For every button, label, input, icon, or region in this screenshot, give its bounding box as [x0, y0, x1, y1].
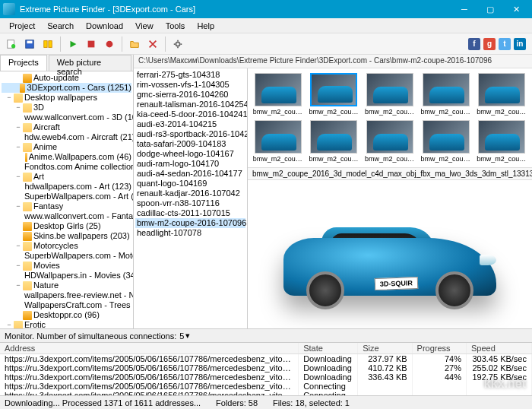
twitter-icon[interactable]: t: [499, 38, 511, 50]
status-files: Files: 18, selected: 1: [273, 398, 350, 407]
thumbnail[interactable]: bmw_m2_coupe_2016_3d...: [476, 73, 527, 116]
tree-node[interactable]: −Desktop wallpapers: [2, 93, 131, 103]
file-item[interactable]: quant-logo-104169: [135, 179, 245, 189]
google-icon[interactable]: g: [483, 38, 496, 50]
close-button[interactable]: ✕: [503, 0, 529, 18]
toolbar: f g t in: [0, 33, 532, 55]
thumbnail-grid[interactable]: bmw_m2_coupe_2016_3d...bmw_m2_coupe_2016…: [248, 68, 532, 167]
delete-button[interactable]: [144, 36, 161, 52]
thumbnail[interactable]: bmw_m2_coupe_2016_3d...: [252, 73, 304, 116]
thumbnail[interactable]: bmw_m2_coupe_2016_3d...: [476, 120, 527, 163]
tree-node[interactable]: −Aircraft: [2, 122, 131, 132]
image-preview[interactable]: 3D-SQUIR: [248, 180, 532, 328]
svg-point-8: [106, 40, 113, 47]
file-item[interactable]: tata-safari-2009-104183: [135, 139, 245, 149]
file-item[interactable]: renault-kadjar-2016-107042: [135, 189, 245, 198]
tree-node[interactable]: −3D: [2, 103, 131, 113]
stop-button[interactable]: [83, 36, 100, 52]
status-bar: Downloading... Processed 1371 of 1611 ad…: [0, 395, 532, 409]
tree-node[interactable]: www.wallconvert.com - Fantasy (193): [2, 211, 131, 221]
tree-node[interactable]: −Fantasy: [2, 201, 131, 211]
tab-projects[interactable]: Projects: [0, 55, 47, 71]
tree-node[interactable]: −Motorcycles: [2, 241, 131, 251]
file-item[interactable]: audi-a4-sedan-2016-104177: [135, 169, 245, 179]
file-item[interactable]: headlight-107078: [135, 228, 245, 238]
tree-node[interactable]: hdwallpapers.com - Art (123): [2, 182, 131, 192]
tree-node[interactable]: www.wallconvert.com - 3D (109): [2, 113, 131, 122]
menu-download[interactable]: Download: [80, 20, 129, 32]
file-item[interactable]: cadillac-cts-2011-107015: [135, 208, 245, 218]
tree-node[interactable]: −Nature: [2, 281, 131, 290]
tree-node[interactable]: wallpapers.free-review.net - Nature (8): [2, 290, 131, 300]
project-tree[interactable]: Auto-update3DExport.com - Cars (1251)−De…: [0, 71, 133, 328]
menu-tools[interactable]: Tools: [160, 20, 192, 32]
license-plate: 3D-SQUIR: [375, 277, 419, 290]
play-button[interactable]: [65, 36, 81, 52]
file-item[interactable]: rim-vossen-vfs-1-104305: [135, 80, 245, 90]
thumbnail[interactable]: bmw_m2_coupe_2016_3d...: [309, 120, 360, 163]
tree-node[interactable]: Fondtos.com Anime collection (2): [2, 162, 131, 172]
tree-node[interactable]: −Movies: [2, 261, 131, 271]
download-row[interactable]: https://ru.3dexport.com/items/2005/05/06…: [0, 363, 532, 373]
tree-node[interactable]: hdw.eweb4.com - Aircraft (21): [2, 132, 131, 142]
file-item[interactable]: renault-talisman-2016-104254: [135, 100, 245, 109]
file-item[interactable]: audi-e3-2014-104215: [135, 119, 245, 129]
menubar: ProjectSearchDownloadViewToolsHelp: [0, 18, 532, 33]
menu-search[interactable]: Search: [41, 20, 80, 32]
save-button[interactable]: [21, 36, 38, 52]
file-item[interactable]: ferrari-275-gts-104318: [135, 70, 245, 80]
download-row[interactable]: https://ru.3dexport.com/items/2005/05/06…: [0, 382, 532, 391]
tree-node[interactable]: Auto-update: [2, 73, 131, 83]
app-icon: [3, 3, 15, 15]
tree-node[interactable]: −Art: [2, 172, 131, 182]
menu-view[interactable]: View: [129, 20, 160, 32]
download-row[interactable]: https://ru.3dexport.com/items/2005/05/06…: [0, 354, 532, 364]
record-button[interactable]: [101, 36, 118, 52]
menu-help[interactable]: Help: [191, 20, 220, 32]
svg-marker-6: [71, 40, 77, 47]
svg-point-1: [11, 44, 15, 48]
downloads-table[interactable]: AddressStateSizeProgressSpeedhttps://ru.…: [0, 343, 532, 395]
chevron-down-icon[interactable]: ▾: [185, 331, 190, 341]
settings-button[interactable]: [169, 36, 186, 52]
thumbnail[interactable]: bmw_m2_coupe_2016_3d...: [364, 73, 416, 116]
file-list[interactable]: ferrari-275-gts-104318rim-vossen-vfs-1-1…: [134, 68, 248, 328]
tab-websearch[interactable]: Web picture search: [49, 55, 131, 71]
thumbnail[interactable]: bmw_m2_coupe_2016_3d...: [364, 120, 416, 163]
file-item[interactable]: audi-rs3-sportback-2016-104240: [135, 129, 245, 139]
file-item[interactable]: dodge-wheel-logo-104167: [135, 149, 245, 159]
window-title: Extreme Picture Finder - [3DExport.com -…: [20, 5, 451, 14]
file-item[interactable]: gmc-sierra-2016-104260: [135, 90, 245, 100]
new-project-button[interactable]: [3, 36, 20, 52]
tree-node[interactable]: HDWallpapers.in - Movies (341): [2, 271, 131, 281]
tree-node[interactable]: Desktop Girls (25): [2, 221, 131, 231]
tree-node[interactable]: −Erotic: [2, 320, 131, 328]
linkedin-icon[interactable]: in: [514, 38, 526, 50]
monitor-bar: Monitor. Number of simultaneous connecti…: [0, 328, 532, 342]
tree-node[interactable]: Anime.Wallpapers.com (46): [2, 152, 131, 162]
file-item[interactable]: audi-ram-logo-104170: [135, 159, 245, 169]
facebook-icon[interactable]: f: [468, 38, 480, 50]
svg-rect-3: [27, 40, 33, 43]
thumbnail[interactable]: bmw_m2_coupe_2016_3d...: [420, 120, 472, 163]
tree-node[interactable]: −Anime: [2, 142, 131, 152]
file-item[interactable]: bmw-m2-coupe-2016-107096: [135, 218, 245, 228]
thumbnail[interactable]: bmw_m2_coupe_2016_3d...: [252, 120, 304, 163]
download-row[interactable]: https://ru.3dexport.com/items/2005/05/06…: [0, 373, 532, 382]
connections-value[interactable]: 5: [179, 331, 184, 341]
tree-node[interactable]: SuperbWallpapers.com - Motorcycles: [2, 251, 131, 261]
tree-node[interactable]: Desktoppr.co (96): [2, 310, 131, 320]
cards-button[interactable]: [40, 36, 56, 52]
file-item[interactable]: spoon-vrr-n38-107116: [135, 198, 245, 208]
thumbnail[interactable]: bmw_m2_coupe_2016_3d...: [309, 73, 360, 116]
minimize-button[interactable]: ─: [451, 0, 477, 18]
thumbnail[interactable]: bmw_m2_coupe_2016_3d...: [420, 73, 472, 116]
tree-node[interactable]: WallpapersCraft.com - Trees (14): [2, 300, 131, 310]
file-item[interactable]: kia-ceed-5-door-2016-104241: [135, 109, 245, 119]
folder-button[interactable]: [126, 36, 143, 52]
menu-project[interactable]: Project: [3, 20, 41, 32]
maximize-button[interactable]: ▢: [477, 0, 503, 18]
tree-node[interactable]: Skins.be wallpapers (203): [2, 231, 131, 241]
tree-node[interactable]: SuperbWallpapers.com - Art (99): [2, 192, 131, 201]
tree-node[interactable]: 3DExport.com - Cars (1251): [2, 83, 131, 93]
